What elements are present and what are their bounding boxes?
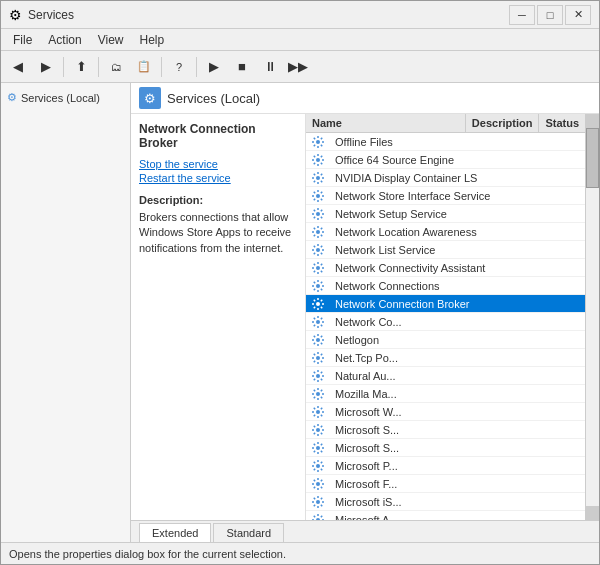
toolbar: ◀ ▶ ⬆ 🗂 📋 ? ▶ ■ ⏸ ▶▶ [1,51,599,83]
table-row[interactable]: Microsoft S... [306,421,585,439]
service-icon [310,135,326,149]
maximize-button[interactable]: □ [537,5,563,25]
sidebar-icon: ⚙ [7,91,17,104]
show-hide-button[interactable]: 🗂 [103,54,129,80]
title-bar-left: ⚙ Services [9,7,74,23]
service-icon [310,423,326,437]
toolbar-sep-2 [98,57,99,77]
table-row[interactable]: Network Setup Service [306,205,585,223]
service-icon [310,189,326,203]
minimize-button[interactable]: ─ [509,5,535,25]
main-window: ⚙ Services ─ □ ✕ File Action View Help ◀… [0,0,600,565]
table-row[interactable]: Network Location Awareness [306,223,585,241]
table-row[interactable]: Microsoft iS... [306,493,585,511]
stop-button[interactable]: ■ [229,54,255,80]
service-name: Offline Files [329,135,529,149]
table-row[interactable]: Network Store Interface Service [306,187,585,205]
menu-action[interactable]: Action [40,31,89,49]
service-name: NVIDIA Display Container LS [329,171,529,185]
service-name: Network Connectivity Assistant [329,261,529,275]
table-row[interactable]: NVIDIA Display Container LS [306,169,585,187]
pause-button[interactable]: ⏸ [257,54,283,80]
sidebar: ⚙ Services (Local) [1,83,131,542]
service-name: Net.Tcp Po... [329,351,529,365]
window-icon: ⚙ [9,7,22,23]
column-headers: Name Description Status [306,114,585,133]
status-bar: Opens the properties dialog box for the … [1,542,599,564]
table-row[interactable]: Net.Tcp Po... [306,349,585,367]
table-row[interactable]: Microsoft S... [306,439,585,457]
svg-point-21 [316,518,320,521]
table-row[interactable]: Microsoft P... [306,457,585,475]
service-name: Network Store Interface Service [329,189,529,203]
menu-view[interactable]: View [90,31,132,49]
service-name: Network Connection Broker [329,297,529,311]
service-rows: Offline FilesOffice 64 Source EngineNVID… [306,133,585,520]
sidebar-services-local[interactable]: ⚙ Services (Local) [5,87,126,108]
table-row[interactable]: Microsoft W... [306,403,585,421]
service-icon [310,513,326,521]
table-row[interactable]: Natural Au... [306,367,585,385]
close-button[interactable]: ✕ [565,5,591,25]
right-panel: ⚙ Services (Local) Network Connection Br… [131,83,599,542]
svg-point-4 [316,212,320,216]
service-name: Natural Au... [329,369,529,383]
banner-text: Services (Local) [167,91,260,106]
restart-service-link[interactable]: Restart the service [139,172,297,184]
restart-button[interactable]: ▶▶ [285,54,311,80]
table-row[interactable]: Network List Service [306,241,585,259]
svg-point-14 [316,392,320,396]
service-name: Microsoft W... [329,405,529,419]
title-bar: ⚙ Services ─ □ ✕ [1,1,599,29]
service-icon [310,387,326,401]
svg-point-9 [316,302,320,306]
table-row[interactable]: Mozilla Ma... [306,385,585,403]
table-row[interactable]: Microsoft F... [306,475,585,493]
content-area: Network Connection Broker Stop the servi… [131,114,599,520]
svg-point-10 [316,320,320,324]
menu-help[interactable]: Help [132,31,173,49]
sidebar-label: Services (Local) [21,92,100,104]
tab-standard[interactable]: Standard [213,523,284,542]
table-row[interactable]: Office 64 Source Engine [306,151,585,169]
svg-point-0 [316,140,320,144]
export-button[interactable]: 📋 [131,54,157,80]
svg-point-15 [316,410,320,414]
table-row[interactable]: Network Co... [306,313,585,331]
svg-point-20 [316,500,320,504]
col-header-desc[interactable]: Description [466,114,540,132]
service-icon [310,441,326,455]
service-icon [310,333,326,347]
tab-extended[interactable]: Extended [139,523,211,542]
stop-service-link[interactable]: Stop the service [139,158,297,170]
forward-button[interactable]: ▶ [33,54,59,80]
up-button[interactable]: ⬆ [68,54,94,80]
service-name: Network Location Awareness [329,225,529,239]
svg-point-1 [316,158,320,162]
desc-label: Description: [139,194,297,206]
table-row[interactable]: Network Connection Broker [306,295,585,313]
scrollbar-vertical[interactable] [585,114,599,520]
col-header-status[interactable]: Status [539,114,585,132]
table-row[interactable]: Microsoft A... [306,511,585,520]
service-icon [310,477,326,491]
table-row[interactable]: Network Connectivity Assistant [306,259,585,277]
svg-point-2 [316,176,320,180]
svg-point-13 [316,374,320,378]
table-row[interactable]: Offline Files [306,133,585,151]
svg-point-11 [316,338,320,342]
col-header-name[interactable]: Name [306,114,466,132]
service-icon [310,261,326,275]
back-button[interactable]: ◀ [5,54,31,80]
service-icon [310,225,326,239]
status-text: Opens the properties dialog box for the … [9,548,286,560]
table-row[interactable]: Netlogon [306,331,585,349]
service-name: Mozilla Ma... [329,387,529,401]
menu-file[interactable]: File [5,31,40,49]
service-name: Network Setup Service [329,207,529,221]
help-button[interactable]: ? [166,54,192,80]
play-button[interactable]: ▶ [201,54,227,80]
services-banner: ⚙ Services (Local) [131,83,599,114]
service-name: Microsoft iS... [329,495,529,509]
table-row[interactable]: Network Connections [306,277,585,295]
